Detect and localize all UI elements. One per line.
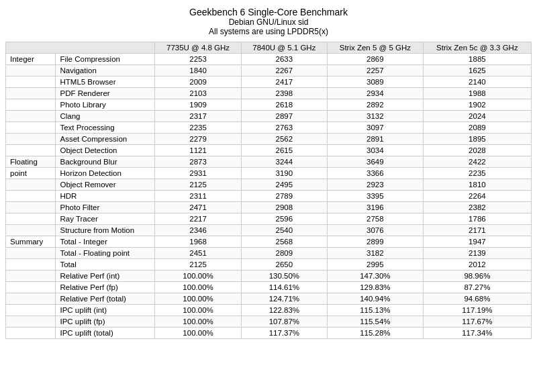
cell-col4: 1902 — [423, 99, 531, 111]
row-name: Background Blur — [56, 156, 155, 168]
row-name: Total — [56, 259, 155, 271]
cell-col1: 2317 — [155, 111, 241, 122]
cell-col4: 117.34% — [423, 328, 531, 339]
title-line2: Debian GNU/Linux sid — [5, 17, 532, 27]
title-line1: Geekbench 6 Single-Core Benchmark — [5, 7, 532, 17]
group-label — [6, 179, 56, 191]
cell-col4: 1885 — [423, 54, 531, 65]
cell-col3: 2995 — [327, 259, 423, 271]
row-name: Relative Perf (int) — [56, 271, 155, 282]
cell-col2: 3244 — [241, 156, 327, 168]
row-name: Relative Perf (total) — [56, 293, 155, 305]
group-label — [6, 111, 56, 122]
cell-col1: 2873 — [155, 156, 241, 168]
cell-col2: 130.50% — [241, 271, 327, 282]
group-label — [6, 65, 56, 77]
table-row: IPC uplift (total)100.00%117.37%115.28%1… — [6, 328, 532, 339]
title-line3: All systems are using LPDDR5(x) — [5, 27, 532, 36]
cell-col2: 2596 — [241, 213, 327, 225]
cell-col1: 2931 — [155, 168, 241, 179]
table-row: HTML5 Browser2009241730892140 — [6, 77, 532, 88]
cell-col3: 2758 — [327, 213, 423, 225]
cell-col4: 1895 — [423, 134, 531, 145]
group-label — [6, 305, 56, 316]
table-row: Photo Library1909261828921902 — [6, 99, 532, 111]
cell-col2: 2495 — [241, 179, 327, 191]
cell-col3: 129.83% — [327, 282, 423, 293]
table-row: Asset Compression2279256228911895 — [6, 134, 532, 145]
cell-col1: 2346 — [155, 225, 241, 236]
cell-col4: 87.27% — [423, 282, 531, 293]
cell-col1: 1968 — [155, 236, 241, 248]
group-label — [6, 122, 56, 134]
cell-col2: 2562 — [241, 134, 327, 145]
group-label — [6, 316, 56, 328]
cell-col1: 2451 — [155, 248, 241, 259]
table-row: IPC uplift (fp)100.00%107.87%115.54%117.… — [6, 316, 532, 328]
row-name: File Compression — [56, 54, 155, 65]
cell-col2: 2908 — [241, 202, 327, 213]
row-name: Photo Library — [56, 99, 155, 111]
cell-col1: 2009 — [155, 77, 241, 88]
benchmark-table: 7735U @ 4.8 GHz 7840U @ 5.1 GHz Strix Ze… — [5, 42, 532, 339]
cell-col3: 3649 — [327, 156, 423, 168]
cell-col1: 2279 — [155, 134, 241, 145]
cell-col1: 2217 — [155, 213, 241, 225]
table-row: Object Remover2125249529231810 — [6, 179, 532, 191]
cell-col2: 2789 — [241, 191, 327, 202]
cell-col1: 1840 — [155, 65, 241, 77]
cell-col2: 2417 — [241, 77, 327, 88]
cell-col4: 94.68% — [423, 293, 531, 305]
row-name: HDR — [56, 191, 155, 202]
row-name: Asset Compression — [56, 134, 155, 145]
row-name: Photo Filter — [56, 202, 155, 213]
table-row: PDF Renderer2103239829341988 — [6, 88, 532, 99]
cell-col1: 2125 — [155, 179, 241, 191]
group-label — [6, 225, 56, 236]
row-name: Object Remover — [56, 179, 155, 191]
cell-col2: 124.71% — [241, 293, 327, 305]
col4-header: Strix Zen 5c @ 3.3 GHz — [423, 42, 531, 54]
group-label — [6, 259, 56, 271]
cell-col1: 2103 — [155, 88, 241, 99]
row-name: Total - Integer — [56, 236, 155, 248]
cell-col2: 2633 — [241, 54, 327, 65]
row-name: PDF Renderer — [56, 88, 155, 99]
column-header-row: 7735U @ 4.8 GHz 7840U @ 5.1 GHz Strix Ze… — [6, 42, 532, 54]
cell-col2: 107.87% — [241, 316, 327, 328]
cell-col4: 2089 — [423, 122, 531, 134]
group-label — [6, 328, 56, 339]
cell-col3: 3182 — [327, 248, 423, 259]
table-row: Total2125265029952012 — [6, 259, 532, 271]
cell-col1: 1121 — [155, 145, 241, 156]
row-name: Structure from Motion — [56, 225, 155, 236]
cell-col2: 2897 — [241, 111, 327, 122]
cell-col4: 1810 — [423, 179, 531, 191]
empty-header — [6, 42, 155, 54]
table-row: Ray Tracer2217259627581786 — [6, 213, 532, 225]
group-label: Integer — [6, 54, 56, 65]
group-label: Floating — [6, 156, 56, 168]
cell-col4: 2422 — [423, 156, 531, 168]
cell-col3: 2891 — [327, 134, 423, 145]
cell-col1: 100.00% — [155, 282, 241, 293]
cell-col4: 2171 — [423, 225, 531, 236]
cell-col3: 3132 — [327, 111, 423, 122]
cell-col3: 2934 — [327, 88, 423, 99]
page-container: Geekbench 6 Single-Core Benchmark Debian… — [0, 0, 537, 344]
cell-col2: 2809 — [241, 248, 327, 259]
row-name: IPC uplift (fp) — [56, 316, 155, 328]
group-label: Summary — [6, 236, 56, 248]
cell-col3: 3034 — [327, 145, 423, 156]
cell-col2: 2568 — [241, 236, 327, 248]
row-name: IPC uplift (total) — [56, 328, 155, 339]
group-label — [6, 293, 56, 305]
group-label — [6, 88, 56, 99]
row-name: HTML5 Browser — [56, 77, 155, 88]
group-label — [6, 271, 56, 282]
cell-col4: 2382 — [423, 202, 531, 213]
col3-header: Strix Zen 5 @ 5 GHz — [327, 42, 423, 54]
cell-col2: 114.61% — [241, 282, 327, 293]
group-label — [6, 134, 56, 145]
table-row: FloatingBackground Blur2873324436492422 — [6, 156, 532, 168]
